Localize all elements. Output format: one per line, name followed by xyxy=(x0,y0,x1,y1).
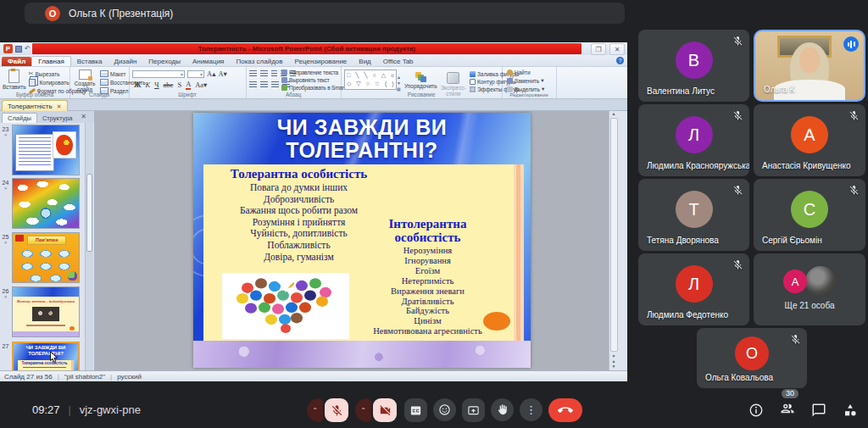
tab-animations[interactable]: Анимация xyxy=(186,57,231,66)
participant-tile[interactable]: О Ольга Ковальова xyxy=(697,328,807,388)
participant-name: Сергій Єрьомін xyxy=(762,236,822,245)
more-options-button[interactable]: ⋮ xyxy=(520,398,542,421)
slide-thumbnail-25[interactable]: Пам'ятка xyxy=(12,232,80,283)
font-name-combo[interactable]: ▾ xyxy=(132,70,185,78)
document-tab-close-icon[interactable]: ✕ xyxy=(57,103,62,110)
mic-toggle-button[interactable] xyxy=(325,398,348,422)
new-slide-button[interactable]: Создать слайд xyxy=(72,67,97,94)
underline-button[interactable]: Ч xyxy=(154,81,159,89)
align-center-icon[interactable] xyxy=(260,81,268,88)
powerpoint-logo-icon: P xyxy=(3,44,13,53)
panel-tab-outline[interactable]: Структура xyxy=(37,114,78,123)
slide-thumbnail-27-selected[interactable]: ЧИ ЗАВЖДИ ВИ ТОЛЕРАНТНІ? Толерантна особ… xyxy=(12,342,80,370)
raise-hand-button[interactable] xyxy=(491,398,514,421)
help-icon[interactable]: ? xyxy=(616,57,624,64)
participants-panel-button[interactable]: 30 xyxy=(780,401,795,420)
slide-thumbnail-26[interactable]: Кожна людина - індивідуальна xyxy=(12,286,80,337)
shapes-gallery[interactable]: □ ╲ ╲ ○ △ ▭ ◇ ▽ ○ ☆ ( ) xyxy=(344,69,397,90)
replace-button[interactable]: Заменить ▾ xyxy=(507,77,556,84)
status-template[interactable]: "pil shablon2" xyxy=(64,373,105,381)
restore-window-button[interactable]: ❐ xyxy=(591,43,606,55)
tab-transitions[interactable]: Переходы xyxy=(142,57,186,66)
participant-tile[interactable]: Л Людмила Федотенко xyxy=(638,253,749,325)
italic-button[interactable]: К xyxy=(145,81,150,89)
tab-review[interactable]: Рецензирование xyxy=(289,57,353,66)
close-window-button[interactable]: ✕ xyxy=(609,43,625,55)
tab-view[interactable]: Вид xyxy=(353,57,376,66)
shrink-font-icon[interactable]: А▾ xyxy=(218,70,226,78)
tab-office-tab[interactable]: Office Tab xyxy=(377,57,420,66)
grow-font-icon[interactable]: А▴ xyxy=(207,70,215,78)
next-slide-icon[interactable]: ▼ xyxy=(612,364,616,369)
chat-icon[interactable] xyxy=(811,403,826,418)
panel-scrollbar[interactable] xyxy=(85,123,93,370)
screen-share-banner[interactable]: О Ольга К (Презентація) xyxy=(25,3,625,24)
current-slide[interactable]: ЧИ ЗАВЖДИ ВИ ТОЛЕРАНТНІ? Толерантна особ… xyxy=(193,113,531,368)
tab-home[interactable]: Главная xyxy=(31,56,70,66)
paste-icon xyxy=(8,69,19,83)
find-button[interactable]: Найти xyxy=(507,69,556,75)
change-case-button[interactable]: Аа▾ xyxy=(195,81,207,89)
layout-icon xyxy=(100,70,108,77)
participant-tile[interactable]: А Анастасія Кривущенко xyxy=(754,104,865,176)
end-call-button[interactable] xyxy=(548,398,582,422)
shadow-button[interactable]: S xyxy=(177,81,181,89)
scroll-up-icon[interactable]: ▲ xyxy=(612,111,616,116)
tab-design[interactable]: Дизайн xyxy=(108,57,142,66)
tab-insert[interactable]: Вставка xyxy=(71,57,108,66)
numbering-icon[interactable] xyxy=(260,70,268,77)
captions-button[interactable] xyxy=(404,398,427,422)
children-heart-image xyxy=(222,273,349,339)
decrease-indent-icon[interactable] xyxy=(271,70,277,77)
select-button[interactable]: Выделить ▾ xyxy=(507,86,556,92)
participant-count-badge: 30 xyxy=(782,389,798,399)
undo-icon[interactable]: ↶ xyxy=(25,46,31,53)
paste-button[interactable]: Вставить xyxy=(3,67,26,94)
window-title-banner: Толерантність - Microsoft PowerPoint (Сб… xyxy=(32,43,581,54)
participant-tile[interactable]: В Валентина Литус xyxy=(638,30,749,102)
panel-tab-slides[interactable]: Слайды xyxy=(2,113,37,123)
bold-button[interactable]: Ж xyxy=(134,81,141,89)
bullets-icon[interactable] xyxy=(249,70,257,77)
slide-thumbnail-24[interactable] xyxy=(12,178,80,229)
camera-options-button[interactable]: ⌃ xyxy=(355,398,371,422)
reactions-button[interactable] xyxy=(433,398,456,421)
thumb-number: 23✳ xyxy=(2,126,9,137)
align-right-icon[interactable] xyxy=(271,81,279,88)
overflow-participants-tile[interactable]: А Ще 21 особа xyxy=(754,253,865,325)
slide-thumbnail-23[interactable] xyxy=(12,125,80,175)
mic-off-icon xyxy=(790,334,801,345)
tab-file[interactable]: Файл xyxy=(2,57,31,66)
font-size-combo[interactable]: ▾ xyxy=(187,70,204,78)
avatar: А xyxy=(791,116,828,153)
select-icon xyxy=(507,86,513,92)
mic-options-button[interactable]: ⌃ xyxy=(307,398,323,422)
chevron-up-icon: ⌃ xyxy=(360,407,366,414)
tab-slideshow[interactable]: Показ слайдов xyxy=(230,57,288,66)
font-color-button[interactable]: А xyxy=(186,81,191,90)
save-icon[interactable] xyxy=(15,46,22,53)
camera-toggle-button[interactable] xyxy=(373,398,397,422)
participant-tile-speaking[interactable]: Ольга К xyxy=(754,30,865,102)
panel-close-icon[interactable]: ✕ xyxy=(81,113,86,120)
find-icon xyxy=(507,69,513,75)
participant-tile[interactable]: Л Людмила Краснояружська xyxy=(638,104,749,176)
shapes-up-icon[interactable]: ▲ xyxy=(397,75,401,80)
document-tab[interactable]: Толерантність ✕ xyxy=(2,100,68,112)
participant-tile[interactable]: С Сергій Єрьомін xyxy=(754,179,865,251)
present-button[interactable] xyxy=(462,398,485,422)
activities-icon[interactable] xyxy=(843,403,858,418)
strikethrough-button[interactable]: abc xyxy=(164,81,174,89)
status-slide-info[interactable]: Слайд 27 из 56 xyxy=(4,373,53,381)
ribbon-group-drawing: □ ╲ ╲ ○ △ ▭ ◇ ▽ ○ ☆ ( ) ▲▼▦ Упорядочить … xyxy=(341,67,503,98)
phone-down-icon xyxy=(558,403,573,418)
shapes-down-icon[interactable]: ▼ xyxy=(397,81,401,86)
status-language[interactable]: русский xyxy=(117,373,142,381)
info-icon[interactable] xyxy=(748,403,764,418)
slide-scrollbar[interactable]: ▲ ▼ ▲ ▼ xyxy=(609,111,618,370)
participant-name: Валентина Литус xyxy=(647,86,715,96)
participant-tile[interactable]: Т Тетяна Дворянова xyxy=(638,179,749,251)
people-icon xyxy=(780,401,795,416)
orange-ellipse-decoration xyxy=(483,312,510,331)
align-left-icon[interactable] xyxy=(249,81,257,88)
